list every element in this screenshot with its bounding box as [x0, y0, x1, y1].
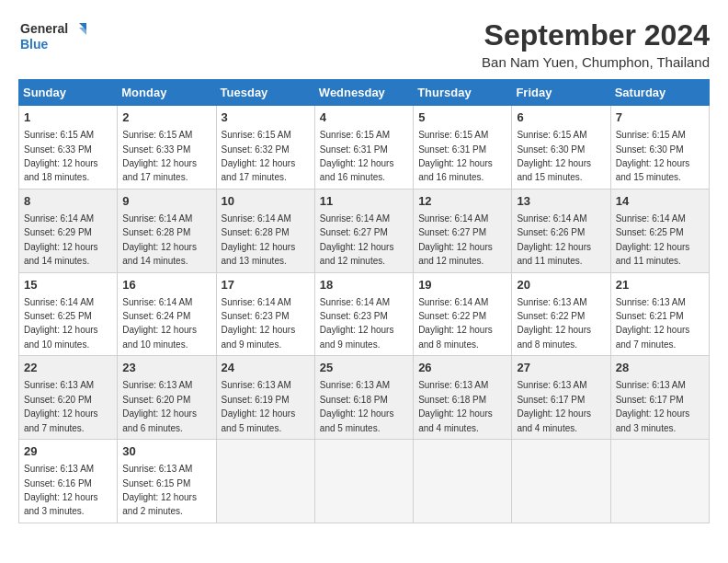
calendar-day-cell: 24 Sunrise: 6:13 AMSunset: 6:19 PMDaylig…	[216, 356, 314, 440]
weekday-header-row: SundayMondayTuesdayWednesdayThursdayFrid…	[19, 80, 710, 106]
day-info: Sunrise: 6:14 AMSunset: 6:25 PMDaylight:…	[616, 213, 690, 266]
location-subtitle: Ban Nam Yuen, Chumphon, Thailand	[482, 54, 710, 70]
calendar-day-cell: 18 Sunrise: 6:14 AMSunset: 6:23 PMDaylig…	[314, 272, 413, 356]
calendar-day-cell: 19 Sunrise: 6:14 AMSunset: 6:22 PMDaylig…	[414, 272, 512, 356]
day-number: 8	[24, 193, 112, 210]
calendar-day-cell: 12 Sunrise: 6:14 AMSunset: 6:27 PMDaylig…	[414, 189, 512, 272]
day-info: Sunrise: 6:14 AMSunset: 6:29 PMDaylight:…	[24, 213, 98, 266]
calendar-day-cell: 27 Sunrise: 6:13 AMSunset: 6:17 PMDaylig…	[512, 356, 610, 440]
day-info: Sunrise: 6:13 AMSunset: 6:19 PMDaylight:…	[222, 380, 296, 432]
day-info: Sunrise: 6:13 AMSunset: 6:20 PMDaylight:…	[122, 380, 197, 432]
weekday-header: Wednesday	[314, 80, 413, 106]
weekday-header: Thursday	[414, 80, 512, 106]
day-info: Sunrise: 6:14 AMSunset: 6:28 PMDaylight:…	[222, 213, 296, 266]
day-number: 1	[24, 109, 112, 126]
day-number: 10	[222, 193, 310, 210]
day-number: 6	[517, 109, 605, 126]
day-number: 21	[616, 277, 704, 293]
day-number: 7	[616, 109, 704, 126]
calendar-day-cell: 29 Sunrise: 6:13 AMSunset: 6:16 PMDaylig…	[19, 440, 118, 523]
calendar-day-cell: 22 Sunrise: 6:13 AMSunset: 6:20 PMDaylig…	[19, 356, 118, 440]
day-number: 19	[418, 277, 506, 293]
calendar-day-cell	[216, 440, 314, 523]
day-number: 11	[320, 193, 408, 210]
calendar-week-row: 1 Sunrise: 6:15 AMSunset: 6:33 PMDayligh…	[19, 106, 710, 190]
calendar-day-cell: 2 Sunrise: 6:15 AMSunset: 6:33 PMDayligh…	[118, 106, 216, 190]
calendar-day-cell: 6 Sunrise: 6:15 AMSunset: 6:30 PMDayligh…	[512, 106, 610, 190]
day-info: Sunrise: 6:15 AMSunset: 6:30 PMDaylight:…	[616, 130, 690, 182]
day-info: Sunrise: 6:13 AMSunset: 6:15 PMDaylight:…	[122, 464, 197, 516]
logo: General Blue	[18, 18, 92, 55]
svg-text:Blue: Blue	[20, 37, 49, 52]
calendar-day-cell: 11 Sunrise: 6:14 AMSunset: 6:27 PMDaylig…	[314, 189, 413, 272]
calendar-day-cell	[610, 440, 709, 523]
calendar-week-row: 22 Sunrise: 6:13 AMSunset: 6:20 PMDaylig…	[19, 356, 710, 440]
day-info: Sunrise: 6:13 AMSunset: 6:17 PMDaylight:…	[517, 380, 591, 432]
day-info: Sunrise: 6:15 AMSunset: 6:31 PMDaylight:…	[320, 130, 394, 182]
day-info: Sunrise: 6:14 AMSunset: 6:26 PMDaylight:…	[517, 213, 591, 266]
calendar-day-cell: 7 Sunrise: 6:15 AMSunset: 6:30 PMDayligh…	[610, 106, 709, 190]
calendar-day-cell: 10 Sunrise: 6:14 AMSunset: 6:28 PMDaylig…	[216, 189, 314, 272]
calendar-day-cell: 26 Sunrise: 6:13 AMSunset: 6:18 PMDaylig…	[414, 356, 512, 440]
day-number: 15	[24, 277, 112, 293]
day-info: Sunrise: 6:15 AMSunset: 6:30 PMDaylight:…	[517, 130, 591, 182]
calendar-day-cell: 13 Sunrise: 6:14 AMSunset: 6:26 PMDaylig…	[512, 189, 610, 272]
calendar-week-row: 15 Sunrise: 6:14 AMSunset: 6:25 PMDaylig…	[19, 272, 710, 356]
day-number: 14	[616, 193, 704, 210]
day-number: 4	[320, 109, 408, 126]
day-info: Sunrise: 6:14 AMSunset: 6:25 PMDaylight:…	[24, 297, 98, 350]
calendar-day-cell: 25 Sunrise: 6:13 AMSunset: 6:18 PMDaylig…	[314, 356, 413, 440]
calendar-day-cell: 9 Sunrise: 6:14 AMSunset: 6:28 PMDayligh…	[118, 189, 216, 272]
calendar-day-cell: 23 Sunrise: 6:13 AMSunset: 6:20 PMDaylig…	[118, 356, 216, 440]
day-number: 2	[122, 109, 210, 126]
day-number: 22	[24, 360, 112, 376]
calendar-day-cell: 21 Sunrise: 6:13 AMSunset: 6:21 PMDaylig…	[610, 272, 709, 356]
day-number: 26	[418, 360, 506, 376]
day-number: 27	[517, 360, 605, 376]
day-number: 17	[222, 277, 310, 293]
svg-text:General: General	[20, 21, 68, 36]
calendar-day-cell: 28 Sunrise: 6:13 AMSunset: 6:17 PMDaylig…	[610, 356, 709, 440]
day-number: 24	[222, 360, 310, 376]
weekday-header: Sunday	[19, 80, 118, 106]
weekday-header: Friday	[512, 80, 610, 106]
day-info: Sunrise: 6:15 AMSunset: 6:33 PMDaylight:…	[122, 130, 197, 182]
day-info: Sunrise: 6:14 AMSunset: 6:27 PMDaylight:…	[320, 213, 394, 266]
calendar-week-row: 8 Sunrise: 6:14 AMSunset: 6:29 PMDayligh…	[19, 189, 710, 272]
calendar-day-cell: 3 Sunrise: 6:15 AMSunset: 6:32 PMDayligh…	[216, 106, 314, 190]
day-info: Sunrise: 6:14 AMSunset: 6:28 PMDaylight:…	[122, 213, 197, 266]
svg-marker-3	[79, 28, 86, 35]
day-number: 5	[418, 109, 506, 126]
page-header: General Blue September 2024 Ban Nam Yuen…	[18, 18, 710, 70]
month-year-title: September 2024	[482, 18, 710, 52]
day-info: Sunrise: 6:15 AMSunset: 6:32 PMDaylight:…	[222, 130, 296, 182]
day-info: Sunrise: 6:14 AMSunset: 6:23 PMDaylight:…	[320, 297, 394, 350]
day-number: 12	[418, 193, 506, 210]
day-info: Sunrise: 6:14 AMSunset: 6:24 PMDaylight:…	[122, 297, 197, 350]
day-info: Sunrise: 6:15 AMSunset: 6:31 PMDaylight:…	[418, 130, 493, 182]
day-info: Sunrise: 6:13 AMSunset: 6:18 PMDaylight:…	[320, 380, 394, 432]
day-number: 23	[122, 360, 210, 376]
day-info: Sunrise: 6:13 AMSunset: 6:20 PMDaylight:…	[24, 380, 98, 432]
calendar-day-cell: 30 Sunrise: 6:13 AMSunset: 6:15 PMDaylig…	[118, 440, 216, 523]
day-number: 20	[517, 277, 605, 293]
day-info: Sunrise: 6:13 AMSunset: 6:16 PMDaylight:…	[24, 464, 98, 516]
weekday-header: Monday	[118, 80, 216, 106]
day-number: 16	[122, 277, 210, 293]
calendar-day-cell	[314, 440, 413, 523]
day-number: 29	[24, 443, 112, 460]
calendar-day-cell: 15 Sunrise: 6:14 AMSunset: 6:25 PMDaylig…	[19, 272, 118, 356]
day-info: Sunrise: 6:13 AMSunset: 6:17 PMDaylight:…	[616, 380, 690, 432]
weekday-header: Tuesday	[216, 80, 314, 106]
day-info: Sunrise: 6:15 AMSunset: 6:33 PMDaylight:…	[24, 130, 98, 182]
day-number: 13	[517, 193, 605, 210]
calendar-table: SundayMondayTuesdayWednesdayThursdayFrid…	[18, 79, 710, 523]
day-info: Sunrise: 6:14 AMSunset: 6:27 PMDaylight:…	[418, 213, 493, 266]
day-number: 18	[320, 277, 408, 293]
calendar-day-cell: 14 Sunrise: 6:14 AMSunset: 6:25 PMDaylig…	[610, 189, 709, 272]
calendar-day-cell: 20 Sunrise: 6:13 AMSunset: 6:22 PMDaylig…	[512, 272, 610, 356]
calendar-week-row: 29 Sunrise: 6:13 AMSunset: 6:16 PMDaylig…	[19, 440, 710, 523]
day-number: 25	[320, 360, 408, 376]
calendar-day-cell: 8 Sunrise: 6:14 AMSunset: 6:29 PMDayligh…	[19, 189, 118, 272]
day-info: Sunrise: 6:13 AMSunset: 6:18 PMDaylight:…	[418, 380, 493, 432]
